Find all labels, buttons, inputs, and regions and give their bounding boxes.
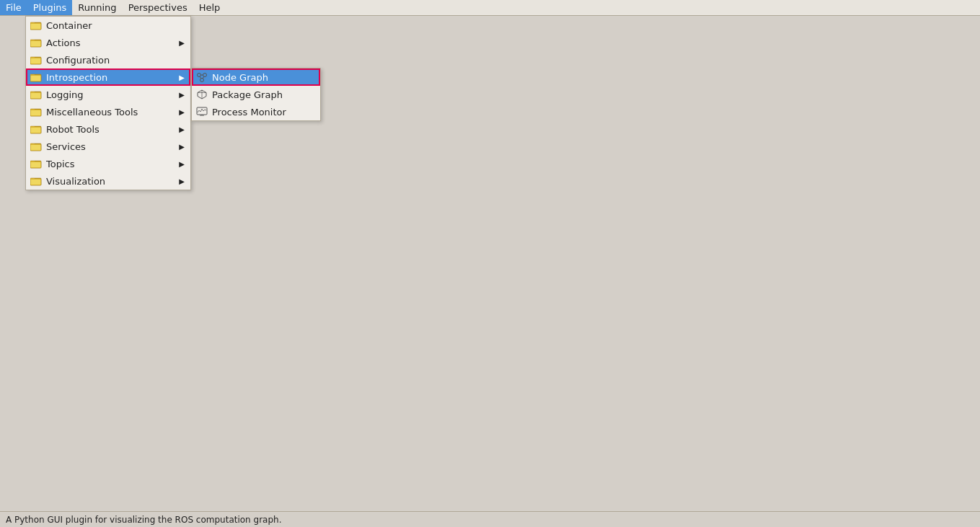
menu-item-configuration-label: Configuration <box>46 55 110 66</box>
svg-rect-46 <box>31 162 40 167</box>
menu-item-actions[interactable]: Actions ▶ <box>26 34 190 51</box>
menu-item-introspection[interactable]: Introspection ▶ Node Graph <box>26 68 190 86</box>
plugins-dropdown: Container Actions ▶ Configuration <box>25 16 191 190</box>
svg-rect-34 <box>31 110 40 115</box>
menu-item-topics-label: Topics <box>46 159 74 169</box>
svg-rect-3 <box>31 24 40 29</box>
statusbar: A Python GUI plugin for visualizing the … <box>0 511 980 527</box>
submenu-arrow-introspection: ▶ <box>179 74 185 81</box>
menu-item-configuration[interactable]: Configuration <box>26 51 190 68</box>
menu-item-miscellaneous-tools-label: Miscellaneous Tools <box>46 107 138 118</box>
menu-item-container-label: Container <box>46 20 92 31</box>
menu-item-services-label: Services <box>46 141 86 152</box>
svg-rect-50 <box>31 180 40 185</box>
submenu-arrow-services: ▶ <box>179 143 185 151</box>
menu-item-logging[interactable]: Logging ▶ <box>26 86 190 103</box>
submenu-item-package-graph-label: Package Graph <box>212 89 283 100</box>
svg-rect-38 <box>31 128 40 133</box>
menu-item-introspection-label: Introspection <box>46 72 107 83</box>
svg-rect-7 <box>31 41 40 46</box>
menu-item-services[interactable]: Services ▶ <box>26 138 190 155</box>
menu-item-container[interactable]: Container <box>26 17 190 34</box>
svg-point-17 <box>203 74 207 77</box>
folder-icon <box>30 20 42 30</box>
svg-line-21 <box>203 76 204 79</box>
statusbar-text: A Python GUI plugin for visualizing the … <box>6 515 281 525</box>
wrench-icon-node-graph <box>196 71 208 83</box>
menu-file[interactable]: File <box>0 0 27 15</box>
menu-item-visualization[interactable]: Visualization ▶ <box>26 172 190 190</box>
svg-line-20 <box>200 76 201 79</box>
svg-point-16 <box>198 74 201 77</box>
folder-icon-topics <box>30 159 42 169</box>
folder-icon-actions <box>30 37 42 48</box>
menu-item-robot-tools[interactable]: Robot Tools ▶ <box>26 120 190 138</box>
folder-icon-services <box>30 141 42 151</box>
svg-rect-42 <box>31 145 40 150</box>
submenu-arrow-visualization: ▶ <box>179 177 185 185</box>
submenu-arrow-topics: ▶ <box>179 160 185 168</box>
menu-item-visualization-label: Visualization <box>46 176 105 187</box>
introspection-submenu: Node Graph Package Graph <box>191 68 321 121</box>
folder-icon-miscellaneous-tools <box>30 107 42 117</box>
menu-plugins[interactable]: Plugins <box>27 0 73 15</box>
menu-item-robot-tools-label: Robot Tools <box>46 124 100 135</box>
submenu-item-node-graph-label: Node Graph <box>212 72 268 83</box>
svg-rect-30 <box>31 93 40 98</box>
svg-rect-11 <box>31 58 40 63</box>
folder-icon-introspection <box>30 72 42 82</box>
menubar: File Plugins Running Perspectives Help <box>0 0 980 16</box>
folder-icon-robot-tools <box>30 124 42 134</box>
wrench-icon-package-graph <box>196 89 208 100</box>
submenu-arrow-misc: ▶ <box>179 108 185 116</box>
menu-item-topics[interactable]: Topics ▶ <box>26 155 190 172</box>
menu-perspectives[interactable]: Perspectives <box>123 0 193 15</box>
menu-item-logging-label: Logging <box>46 89 84 100</box>
submenu-item-package-graph[interactable]: Package Graph <box>192 86 320 103</box>
svg-point-18 <box>200 79 204 82</box>
folder-icon-visualization <box>30 176 42 186</box>
submenu-arrow-actions: ▶ <box>179 39 185 47</box>
submenu-arrow-robot: ▶ <box>179 125 185 133</box>
folder-icon-configuration <box>30 55 42 65</box>
monitor-icon <box>196 107 208 117</box>
submenu-arrow-logging: ▶ <box>179 91 185 99</box>
submenu-item-node-graph[interactable]: Node Graph <box>192 68 320 86</box>
menu-item-actions-label: Actions <box>46 37 81 48</box>
menu-item-miscellaneous-tools[interactable]: Miscellaneous Tools ▶ <box>26 103 190 120</box>
menu-running[interactable]: Running <box>72 0 122 15</box>
svg-rect-15 <box>31 76 40 81</box>
submenu-item-process-monitor-label: Process Monitor <box>212 107 286 118</box>
submenu-item-process-monitor[interactable]: Process Monitor <box>192 103 320 120</box>
folder-icon-logging <box>30 89 42 99</box>
menu-help[interactable]: Help <box>193 0 226 15</box>
